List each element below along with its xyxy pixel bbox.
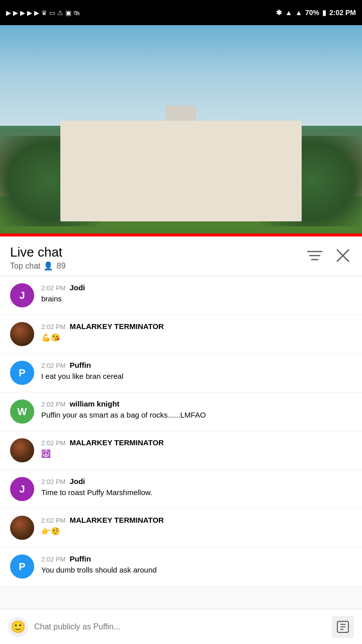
chat-message-3: P 2:02 PM Puffin I eat you like bran cer… <box>0 354 362 392</box>
message-time-7: 2:02 PM <box>41 517 65 524</box>
chat-header-controls <box>306 245 352 265</box>
chat-message-8: P 2:02 PM Puffin You dumb trolls should … <box>0 547 362 586</box>
message-text-6: Time to roast Puffy Marshmellow. <box>41 487 352 498</box>
message-text-7: 👉🤨 <box>41 526 352 536</box>
message-meta-4: 2:02 PM william knight <box>41 399 352 408</box>
live-chat-panel: Live chat Top chat 👤 89 <box>0 236 362 586</box>
message-author-8: Puffin <box>69 554 91 563</box>
avatar-malarkey-2 <box>10 438 34 462</box>
close-icon[interactable] <box>334 247 352 265</box>
wifi-icon: ▲ <box>285 9 292 17</box>
message-time-5: 2:02 PM <box>41 439 65 447</box>
avatar-jodi-1: J <box>10 283 34 307</box>
message-time-6: 2:02 PM <box>41 478 65 486</box>
message-content-1: 2:02 PM Jodi brains <box>41 283 352 304</box>
send-button[interactable] <box>332 616 354 638</box>
message-author-2: MALARKEY TERMINATOR <box>69 322 164 331</box>
message-content-7: 2:02 PM MALARKEY TERMINATOR 👉🤨 <box>41 516 352 536</box>
bag-icon: 🛍 <box>73 9 80 17</box>
message-author-4: william knight <box>69 399 119 408</box>
chat-message-1: J 2:02 PM Jodi brains <box>0 276 362 315</box>
top-chat-label[interactable]: Top chat <box>10 262 40 271</box>
chat-message-6: J 2:02 PM Jodi Time to roast Puffy Marsh… <box>0 470 362 509</box>
message-text-1: brains <box>41 293 352 304</box>
message-content-4: 2:02 PM william knight Puffin your as sm… <box>41 399 352 420</box>
message-content-8: 2:02 PM Puffin You dumb trolls should as… <box>41 554 352 575</box>
message-time-8: 2:02 PM <box>41 555 65 563</box>
status-bar-left: ▶ ▶ ▶ ▶ ▶ ♛ ▭ ⚠ ▣ 🛍 <box>6 9 80 17</box>
avatar-malarkey-1 <box>10 322 34 346</box>
message-meta-5: 2:02 PM MALARKEY TERMINATOR <box>41 438 352 447</box>
chat-messages: J 2:02 PM Jodi brains 2:02 PM MALARKEY T… <box>0 276 362 586</box>
message-meta-6: 2:02 PM Jodi <box>41 477 352 486</box>
chat-header-left: Live chat Top chat 👤 89 <box>10 245 65 271</box>
youtube-icon4: ▶ <box>27 9 32 17</box>
emoji-button[interactable]: 🙂 <box>8 617 28 637</box>
image-icon: ▣ <box>65 9 71 17</box>
youtube-icon2: ▶ <box>13 9 18 17</box>
signal-icon: ▲ <box>295 9 302 17</box>
message-text-2: 💪😘 <box>41 332 352 343</box>
message-time-1: 2:02 PM <box>41 284 65 292</box>
message-meta-2: 2:02 PM MALARKEY TERMINATOR <box>41 322 352 331</box>
message-content-3: 2:02 PM Puffin I eat you like bran cerea… <box>41 361 352 381</box>
message-meta-1: 2:02 PM Jodi <box>41 283 352 292</box>
battery-level: 70% <box>305 9 319 17</box>
chat-input-bar: 🙂 <box>0 609 362 644</box>
chat-header: Live chat Top chat 👤 89 <box>0 236 362 276</box>
clock: 2:02 PM <box>329 9 356 17</box>
viewer-count: 89 <box>56 262 65 271</box>
battery-icon: ▮ <box>322 9 326 17</box>
message-time-2: 2:02 PM <box>41 323 65 331</box>
message-text-8: You dumb trolls should ask around <box>41 565 352 575</box>
folder-icon: ▭ <box>49 9 55 17</box>
message-content-6: 2:02 PM Jodi Time to roast Puffy Marshme… <box>41 477 352 498</box>
bluetooth-icon: ✱ <box>276 9 282 17</box>
message-time-3: 2:02 PM <box>41 362 65 369</box>
youtube-icon3: ▶ <box>20 9 25 17</box>
chat-message-7: 2:02 PM MALARKEY TERMINATOR 👉🤨 <box>0 509 362 547</box>
message-author-1: Jodi <box>69 283 85 292</box>
message-content-5: 2:02 PM MALARKEY TERMINATOR ☮️ <box>41 438 352 459</box>
message-author-7: MALARKEY TERMINATOR <box>69 516 164 524</box>
youtube-icon5: ▶ <box>34 9 39 17</box>
avatar-william: W <box>10 399 34 424</box>
message-content-2: 2:02 PM MALARKEY TERMINATOR 💪😘 <box>41 322 352 343</box>
message-author-3: Puffin <box>69 361 91 369</box>
message-meta-8: 2:02 PM Puffin <box>41 554 352 563</box>
avatar-malarkey-3 <box>10 516 34 540</box>
message-meta-3: 2:02 PM Puffin <box>41 361 352 369</box>
crown-icon: ♛ <box>41 9 47 17</box>
avatar-puffin-2: P <box>10 554 34 579</box>
chat-message-5: 2:02 PM MALARKEY TERMINATOR ☮️ <box>0 431 362 470</box>
status-bar: ▶ ▶ ▶ ▶ ▶ ♛ ▭ ⚠ ▣ 🛍 ✱ ▲ ▲ 70% ▮ 2:02 PM <box>0 0 362 25</box>
video-thumbnail[interactable] <box>0 25 362 236</box>
avatar-jodi-2: J <box>10 477 34 501</box>
chat-message-2: 2:02 PM MALARKEY TERMINATOR 💪😘 <box>0 315 362 354</box>
filter-icon[interactable] <box>306 247 324 265</box>
avatar-puffin-1: P <box>10 361 34 385</box>
chat-title: Live chat <box>10 245 65 260</box>
message-text-4: Puffin your as smart as a bag of rocks..… <box>41 410 352 420</box>
message-meta-7: 2:02 PM MALARKEY TERMINATOR <box>41 516 352 524</box>
video-building <box>60 121 302 221</box>
youtube-icon: ▶ <box>6 9 11 17</box>
message-text-3: I eat you like bran cereal <box>41 371 352 381</box>
message-time-4: 2:02 PM <box>41 400 65 408</box>
warning-icon: ⚠ <box>57 9 63 17</box>
message-author-5: MALARKEY TERMINATOR <box>69 438 164 447</box>
chat-subtitle[interactable]: Top chat 👤 89 <box>10 261 65 271</box>
viewer-icon: 👤 <box>43 261 53 271</box>
message-text-5: ☮️ <box>41 448 352 459</box>
status-bar-right: ✱ ▲ ▲ 70% ▮ 2:02 PM <box>276 9 356 17</box>
chat-message-4: W 2:02 PM william knight Puffin your as … <box>0 392 362 431</box>
message-author-6: Jodi <box>69 477 85 486</box>
chat-input-field[interactable] <box>34 616 326 638</box>
